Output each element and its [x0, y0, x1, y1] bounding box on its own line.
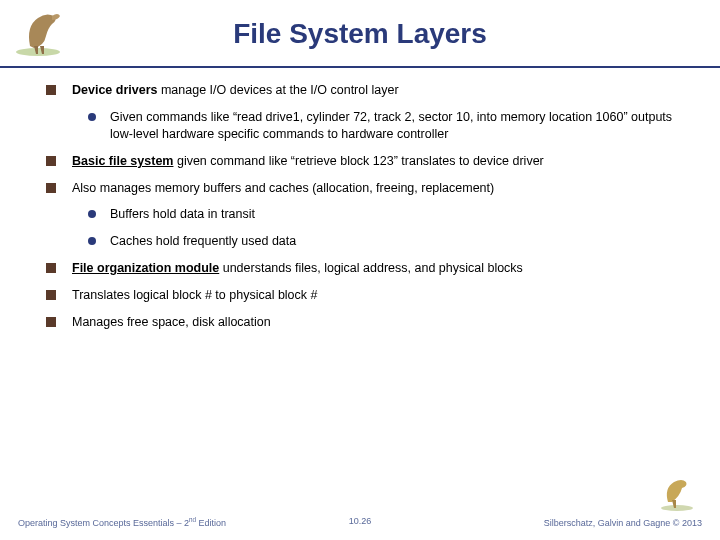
square-bullet-icon [46, 85, 56, 95]
bullet-file-org: File organization module understands fil… [46, 260, 674, 277]
square-bullet-icon [46, 263, 56, 273]
slide-content: Device drivers manage I/O devices at the… [0, 68, 720, 331]
bullet-basic-fs: Basic file system given command like “re… [46, 153, 674, 170]
slide-footer: Operating System Concepts Essentials – 2… [0, 516, 720, 528]
square-bullet-icon [46, 156, 56, 166]
circle-bullet-icon [88, 237, 96, 245]
svg-point-1 [661, 505, 693, 511]
dinosaur-left-icon [8, 6, 78, 60]
slide-title: File System Layers [0, 0, 720, 50]
square-bullet-icon [46, 290, 56, 300]
bullet-translates: Translates logical block # to physical b… [46, 287, 674, 304]
square-bullet-icon [46, 183, 56, 193]
circle-bullet-icon [88, 113, 96, 121]
bullet-memory-buffers: Also manages memory buffers and caches (… [46, 180, 674, 197]
subbullet-buffers: Buffers hold data in transit [88, 206, 674, 223]
footer-copyright: Silberschatz, Galvin and Gagne © 2013 [544, 518, 702, 528]
subbullet-caches: Caches hold frequently used data [88, 233, 674, 250]
subbullet-commands: Given commands like “read drive1, cylind… [88, 109, 674, 143]
bullet-free-space: Manages free space, disk allocation [46, 314, 674, 331]
bullet-device-drivers: Device drivers manage I/O devices at the… [46, 82, 674, 99]
dinosaur-right-icon [652, 472, 702, 512]
square-bullet-icon [46, 317, 56, 327]
circle-bullet-icon [88, 210, 96, 218]
footer-left: Operating System Concepts Essentials – 2… [18, 516, 226, 528]
